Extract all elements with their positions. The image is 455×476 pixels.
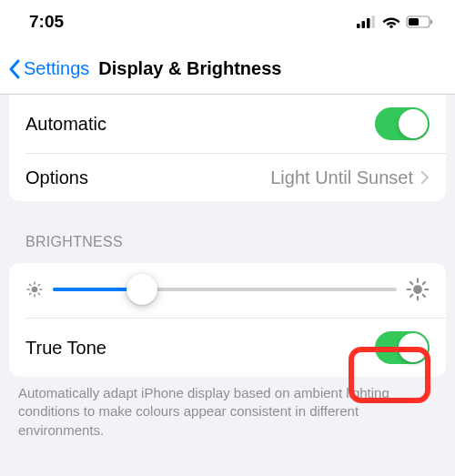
- svg-rect-6: [409, 18, 419, 25]
- toggle-knob: [399, 333, 428, 362]
- automatic-label: Automatic: [25, 114, 106, 135]
- svg-line-16: [38, 284, 39, 285]
- wifi-icon: [382, 15, 400, 28]
- page-title: Display & Brightness: [98, 58, 281, 79]
- svg-point-8: [32, 287, 38, 293]
- svg-point-4: [389, 25, 392, 28]
- automatic-toggle[interactable]: [375, 107, 430, 140]
- svg-line-23: [423, 295, 425, 297]
- svg-line-15: [29, 293, 30, 294]
- battery-icon: [406, 15, 433, 28]
- options-value: Light Until Sunset: [270, 167, 413, 188]
- svg-rect-3: [372, 15, 376, 28]
- back-label: Settings: [24, 58, 89, 79]
- status-bar: 7:05: [0, 0, 455, 44]
- brightness-header: BRIGHTNESS: [0, 201, 455, 258]
- truetone-row: True Tone: [9, 319, 446, 377]
- svg-rect-0: [357, 24, 360, 28]
- status-time: 7:05: [29, 12, 64, 32]
- chevron-right-icon: [420, 170, 430, 185]
- appearance-group: Automatic Options Light Until Sunset: [9, 95, 446, 201]
- back-button[interactable]: Settings: [7, 58, 89, 80]
- truetone-toggle[interactable]: [375, 331, 430, 364]
- svg-line-13: [29, 284, 30, 285]
- svg-line-22: [410, 282, 412, 284]
- truetone-footer: Automatically adapt iPhone display based…: [0, 377, 455, 440]
- svg-line-14: [38, 293, 39, 294]
- svg-point-17: [413, 285, 422, 294]
- options-row[interactable]: Options Light Until Sunset: [9, 154, 446, 201]
- cellular-icon: [357, 15, 377, 28]
- sun-large-icon: [406, 278, 430, 301]
- content: Automatic Options Light Until Sunset BRI…: [0, 95, 455, 440]
- sun-small-icon: [25, 280, 44, 299]
- svg-rect-7: [430, 20, 432, 25]
- slider-thumb: [126, 274, 157, 305]
- toggle-knob: [399, 109, 428, 138]
- automatic-row: Automatic: [9, 95, 446, 153]
- svg-line-24: [410, 295, 412, 297]
- chevron-left-icon: [7, 58, 22, 80]
- svg-line-25: [423, 282, 425, 284]
- svg-rect-2: [367, 18, 370, 28]
- navigation-bar: Settings Display & Brightness: [0, 44, 455, 95]
- options-value-container: Light Until Sunset: [270, 167, 430, 188]
- truetone-label: True Tone: [25, 338, 106, 359]
- status-icons: [357, 15, 433, 28]
- brightness-slider-row: [9, 263, 446, 318]
- brightness-slider[interactable]: [53, 288, 397, 291]
- options-label: Options: [25, 167, 88, 188]
- svg-rect-1: [362, 21, 366, 28]
- brightness-group: True Tone: [9, 263, 446, 377]
